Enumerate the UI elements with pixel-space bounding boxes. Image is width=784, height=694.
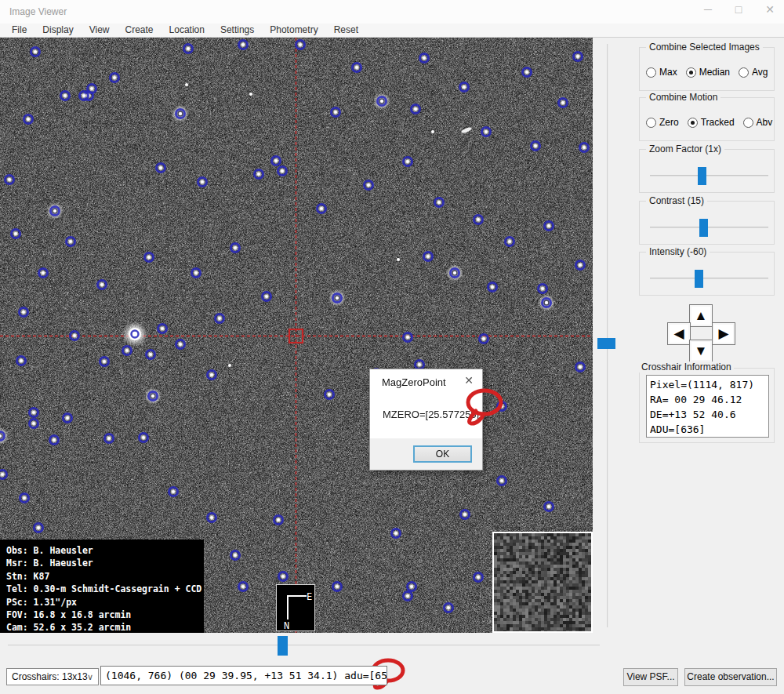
image-viewport[interactable]: Obs: B. Haeusler Msr: B. Haeusler Stn: K… xyxy=(0,38,593,633)
contrast-label: Contrast (15) xyxy=(646,195,707,206)
zoom-factor-label: Zoom Factor (1x) xyxy=(646,144,724,154)
pan-down-button[interactable]: ▼ xyxy=(689,340,713,362)
combine-motion-radios: ZeroTrackedAbv xyxy=(646,117,771,128)
radio-circle-icon xyxy=(686,67,696,78)
menu-photometry[interactable]: Photometry xyxy=(262,24,325,37)
contrast-slider[interactable] xyxy=(650,227,768,228)
crosshair-info-text: Pixel=(1114, 817) RA= 00 29 46.12 DE=+13… xyxy=(646,375,769,438)
radio-median[interactable]: Median xyxy=(686,67,730,78)
combine-motion-label: Combine Motion xyxy=(646,92,720,103)
pan-up-button[interactable]: ▲ xyxy=(689,304,713,327)
menu-create[interactable]: Create xyxy=(118,24,162,37)
view-psf-button[interactable]: View PSF... xyxy=(623,668,678,686)
menu-bar: FileDisplayViewCreateLocationSettingsPho… xyxy=(0,24,784,38)
chevron-down-icon: ∨ xyxy=(87,669,93,685)
compass-north-label: N xyxy=(284,620,289,630)
dialog-close-icon[interactable]: ✕ xyxy=(464,374,474,387)
contrast-group: Contrast (15) xyxy=(639,201,775,245)
observation-info-overlay: Obs: B. Haeusler Msr: B. Haeusler Stn: K… xyxy=(0,540,204,633)
compass-indicator: E N xyxy=(276,584,315,631)
maximize-icon[interactable]: □ xyxy=(735,3,742,16)
radio-label: Avg xyxy=(752,67,768,78)
compass-east-label: E xyxy=(307,591,312,602)
pan-left-button[interactable]: ◀ xyxy=(667,322,691,345)
thumbnail-canvas xyxy=(494,533,591,631)
title-bar: Image Viewer ─ □ ✕ xyxy=(0,0,784,24)
crosshairs-size-dropdown[interactable]: Crosshairs: 13x13 ∨ xyxy=(6,668,99,685)
radio-circle-icon xyxy=(646,67,656,78)
pan-right-button[interactable]: ▶ xyxy=(712,322,735,345)
menu-display[interactable]: Display xyxy=(34,24,81,37)
combine-images-radios: MaxMedianAvg xyxy=(646,67,771,78)
menu-reset[interactable]: Reset xyxy=(326,24,366,37)
radio-label: Median xyxy=(699,67,730,78)
radio-label: Max xyxy=(659,67,677,78)
menu-file[interactable]: File xyxy=(4,24,34,37)
intensity-label: Intensity (-60) xyxy=(646,246,710,257)
horizontal-slider-thumb[interactable] xyxy=(278,636,288,656)
menu-settings[interactable]: Settings xyxy=(212,24,262,37)
radio-circle-icon xyxy=(739,67,749,78)
radio-label: Abv xyxy=(757,117,773,128)
minimize-icon[interactable]: ─ xyxy=(704,3,712,16)
radio-abv[interactable]: Abv xyxy=(743,117,773,128)
radio-circle-icon xyxy=(646,118,656,128)
radio-circle-icon xyxy=(743,118,753,128)
radio-circle-icon xyxy=(688,118,698,128)
mzero-value-text: MZERO=[25.577255] xyxy=(383,409,479,420)
vertical-slider-track[interactable] xyxy=(607,44,608,627)
magzeropoint-dialog: MagZeroPoint ✕ MZERO=[25.577255] OK xyxy=(369,369,483,471)
window-title: Image Viewer xyxy=(9,6,67,17)
close-icon[interactable]: ✕ xyxy=(765,3,775,16)
compass-graphic: E N xyxy=(277,585,314,630)
combine-images-group: Combine Selected Images MaxMedianAvg xyxy=(639,47,775,91)
dialog-footer: OK xyxy=(370,438,482,470)
up-arrow-icon: ▲ xyxy=(695,308,708,323)
menu-view[interactable]: View xyxy=(82,24,118,37)
radio-tracked[interactable]: Tracked xyxy=(688,117,735,128)
right-arrow-icon: ▶ xyxy=(718,326,728,341)
crosshair-info-group: Pixel=(1114, 817) RA= 00 29 46.12 DE=+13… xyxy=(639,368,775,443)
dialog-title: MagZeroPoint xyxy=(382,376,446,388)
down-arrow-icon: ▼ xyxy=(695,343,708,358)
radio-label: Tracked xyxy=(701,117,735,128)
zoom-factor-slider[interactable] xyxy=(650,175,768,176)
vertical-slider-thumb[interactable] xyxy=(597,338,615,349)
intensity-thumb[interactable] xyxy=(695,270,703,288)
radio-zero[interactable]: Zero xyxy=(646,117,679,128)
create-observation-button[interactable]: Create observation... xyxy=(684,668,777,686)
intensity-slider[interactable] xyxy=(650,278,768,279)
magnified-thumbnail xyxy=(492,532,593,633)
intensity-group: Intensity (-60) xyxy=(639,252,775,296)
radio-max[interactable]: Max xyxy=(646,67,677,78)
left-arrow-icon: ◀ xyxy=(673,326,684,341)
menu-location[interactable]: Location xyxy=(162,24,212,37)
radio-label: Zero xyxy=(659,117,679,128)
zoom-factor-thumb[interactable] xyxy=(698,167,706,185)
ok-button[interactable]: OK xyxy=(413,445,472,463)
contrast-thumb[interactable] xyxy=(699,219,708,237)
cursor-coordinates-field[interactable]: (1046, 766) (00 29 39.95, +13 51 34.1) a… xyxy=(100,666,387,685)
radio-avg[interactable]: Avg xyxy=(739,67,768,78)
crosshair-info-label: Crosshair Information xyxy=(639,362,734,372)
horizontal-slider-track[interactable] xyxy=(8,645,600,646)
combine-images-label: Combine Selected Images xyxy=(646,42,763,53)
combine-motion-group: Combine Motion ZeroTrackedAbv xyxy=(639,97,775,141)
pan-arrow-pad: ▲ ◀ ▶ ▼ xyxy=(662,304,738,364)
zoom-factor-group: Zoom Factor (1x) xyxy=(639,149,775,193)
crosshairs-size-value: Crosshairs: 13x13 xyxy=(12,671,88,682)
